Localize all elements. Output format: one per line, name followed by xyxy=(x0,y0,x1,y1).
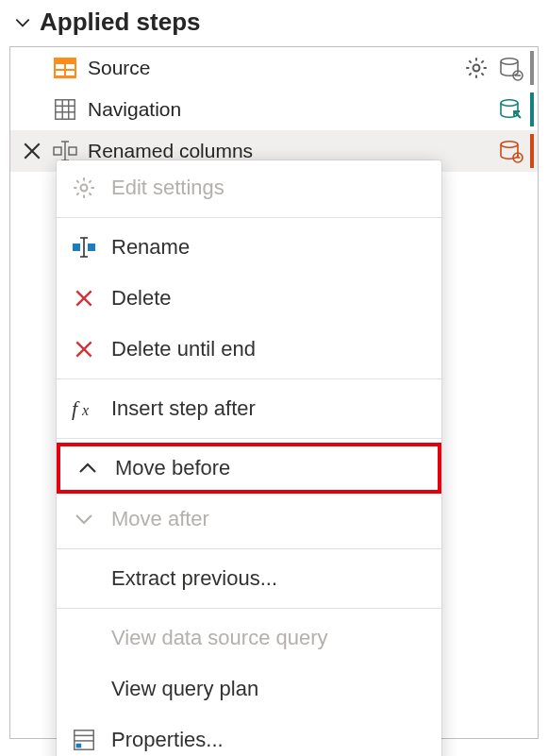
menu-label: View query plan xyxy=(111,677,428,701)
svg-line-12 xyxy=(469,73,471,75)
fx-icon: f x xyxy=(70,395,98,423)
menu-item-move-after: Move after xyxy=(57,494,441,545)
menu-item-delete[interactable]: Delete xyxy=(57,273,441,324)
properties-icon xyxy=(70,726,98,754)
svg-rect-1 xyxy=(56,64,64,69)
status-bar xyxy=(530,134,534,168)
menu-label: Extract previous... xyxy=(111,566,428,591)
menu-label: View data source query xyxy=(111,626,428,650)
svg-line-36 xyxy=(89,193,91,194)
delete-x-icon xyxy=(70,284,98,312)
menu-separator xyxy=(57,438,441,439)
table-icon xyxy=(52,96,78,123)
menu-item-edit-settings: Edit settings xyxy=(57,162,441,213)
svg-point-22 xyxy=(501,100,518,106)
datasource-clock-icon xyxy=(496,137,524,165)
svg-point-14 xyxy=(501,59,518,64)
menu-item-insert-step-after[interactable]: f x Insert step after xyxy=(57,383,441,434)
step-row-navigation[interactable]: Navigation xyxy=(10,89,538,130)
menu-separator xyxy=(57,608,441,609)
svg-line-35 xyxy=(76,180,78,182)
svg-rect-51 xyxy=(76,744,82,748)
chevron-up-icon xyxy=(74,454,102,482)
svg-line-37 xyxy=(76,193,78,194)
blank-icon xyxy=(70,624,98,652)
menu-separator xyxy=(57,378,441,379)
menu-label: Edit settings xyxy=(111,176,428,200)
menu-label: Insert step after xyxy=(111,396,428,421)
svg-line-11 xyxy=(481,73,483,75)
step-row-source[interactable]: Source xyxy=(10,47,538,89)
menu-label: Move after xyxy=(111,507,428,531)
menu-item-rename[interactable]: Rename xyxy=(57,222,441,273)
rename-icon xyxy=(70,233,98,261)
step-label: Renamed columns xyxy=(88,140,253,162)
datasource-refresh-icon xyxy=(496,95,524,124)
delete-step-icon[interactable] xyxy=(20,139,44,163)
step-context-menu: Edit settings Rename Delete xyxy=(57,160,441,756)
section-title: Applied steps xyxy=(40,8,200,37)
svg-rect-40 xyxy=(88,244,95,251)
svg-rect-2 xyxy=(66,64,75,69)
svg-rect-4 xyxy=(66,71,75,76)
svg-line-38 xyxy=(89,180,91,182)
chevron-down-icon xyxy=(70,505,98,533)
blank-icon xyxy=(70,564,98,593)
gear-icon xyxy=(70,174,98,202)
menu-item-delete-until-end[interactable]: Delete until end xyxy=(57,324,441,375)
source-table-icon xyxy=(52,55,78,81)
svg-rect-25 xyxy=(54,147,61,155)
menu-item-properties[interactable]: Properties... xyxy=(57,714,441,756)
chevron-down-icon xyxy=(13,13,32,32)
svg-line-13 xyxy=(481,60,483,62)
svg-rect-39 xyxy=(73,244,80,251)
menu-item-view-query-plan[interactable]: View query plan xyxy=(57,664,441,714)
svg-line-10 xyxy=(469,60,471,62)
menu-item-move-before[interactable]: Move before xyxy=(57,443,441,494)
svg-point-28 xyxy=(501,142,518,147)
blank-icon xyxy=(70,675,98,703)
menu-separator xyxy=(57,548,441,549)
svg-point-30 xyxy=(81,185,88,192)
svg-rect-17 xyxy=(56,100,75,119)
gear-icon[interactable] xyxy=(462,54,490,82)
section-header[interactable]: Applied steps xyxy=(0,0,548,46)
status-bar xyxy=(530,92,534,126)
svg-text:f: f xyxy=(72,396,80,420)
menu-label: Delete until end xyxy=(111,337,428,361)
menu-item-view-data-source-query: View data source query xyxy=(57,613,441,664)
status-bar xyxy=(530,51,534,85)
step-label: Source xyxy=(88,57,151,79)
menu-item-extract-previous[interactable]: Extract previous... xyxy=(57,553,441,604)
svg-rect-26 xyxy=(69,147,76,155)
svg-text:x: x xyxy=(81,402,89,418)
delete-x-icon xyxy=(70,335,98,363)
svg-rect-3 xyxy=(56,71,64,76)
menu-label: Rename xyxy=(111,235,428,260)
menu-label: Properties... xyxy=(111,728,428,752)
menu-separator xyxy=(57,217,441,218)
datasource-remove-icon xyxy=(496,54,524,82)
svg-point-5 xyxy=(473,65,480,72)
step-label: Navigation xyxy=(88,98,181,121)
menu-label: Delete xyxy=(111,286,428,311)
menu-label: Move before xyxy=(115,456,424,480)
